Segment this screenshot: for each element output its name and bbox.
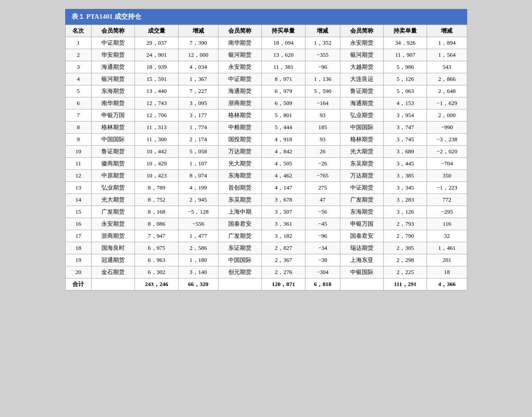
cell-n3: 申银万国 (340, 218, 383, 230)
cell-n3: 国泰君安 (340, 230, 383, 242)
cell-c2: −304 (305, 266, 340, 278)
cell-c1: 4，034 (178, 61, 218, 73)
cell-c2: −96 (305, 61, 340, 73)
cell-v2: 11，381 (262, 61, 305, 73)
footer-n2 (218, 278, 261, 291)
cell-n2: 光大期货 (218, 158, 261, 170)
cell-c3: 2，648 (427, 85, 467, 97)
cell-c3: 350 (427, 170, 467, 182)
col-member2: 会员简称 (218, 25, 261, 37)
cell-n2: 中国国际 (218, 254, 261, 266)
cell-v2: 4，462 (262, 170, 305, 182)
cell-c1: 3，177 (178, 110, 218, 122)
cell-c3: 1，461 (427, 242, 467, 254)
cell-rank: 11 (65, 158, 91, 170)
cell-n2: 海通期货 (218, 85, 261, 97)
cell-v3: 4，153 (384, 97, 427, 110)
cell-v3: 2，298 (384, 254, 427, 266)
cell-c1: 1，774 (178, 122, 218, 134)
cell-v3: 3，345 (384, 182, 427, 194)
cell-c1: 7，390 (178, 37, 218, 49)
main-container: 表１ PTA1401 成交持仓 名次 会员简称 成交量 增减 会员简称 持买单量… (65, 9, 467, 291)
footer-n3 (340, 278, 383, 291)
cell-n2: 东吴期货 (218, 194, 261, 206)
table-row: 16永安期货8，086−556国泰君安3，361−45申银万国2，793116 (65, 218, 467, 230)
cell-n3: 大越期货 (340, 61, 383, 73)
cell-n1: 金石期货 (91, 266, 134, 278)
cell-v2: 18，094 (262, 37, 305, 49)
cell-n1: 徽商期货 (91, 158, 134, 170)
cell-v3: 3，126 (384, 206, 427, 218)
cell-n1: 弘业期货 (91, 182, 134, 194)
cell-n1: 银河期货 (91, 73, 134, 85)
cell-v3: 2，790 (384, 230, 427, 242)
cell-n2: 上海中期 (218, 206, 261, 218)
cell-v1: 11，300 (135, 134, 178, 146)
table-body: 1中证期货29，0377，390南华期货18，0941，352永安期货34，92… (65, 37, 467, 278)
col-buy: 持买单量 (262, 25, 305, 37)
cell-c3: −2，020 (427, 146, 467, 158)
cell-c3: 543 (427, 61, 467, 73)
col-member3: 会员简称 (340, 25, 383, 37)
cell-c1: 4，199 (178, 182, 218, 194)
cell-c2: −38 (305, 254, 340, 266)
cell-c3: 2，000 (427, 110, 467, 122)
cell-n3: 东海期货 (340, 206, 383, 218)
cell-v3: 5，126 (384, 73, 427, 85)
cell-v3: 3，745 (384, 134, 427, 146)
cell-n3: 中银国际 (340, 266, 383, 278)
cell-n2: 广发期货 (218, 230, 261, 242)
cell-v3: 3，385 (384, 170, 427, 182)
cell-n2: 东海期货 (218, 170, 261, 182)
cell-c3: −704 (427, 158, 467, 170)
cell-n3: 海通期货 (340, 97, 383, 110)
table-title: 表１ PTA1401 成交持仓 (65, 9, 467, 25)
cell-v3: 3，689 (384, 146, 427, 158)
cell-c3: 201 (427, 254, 467, 266)
header-row: 名次 会员简称 成交量 增减 会员简称 持买单量 增减 会员简称 持卖单量 增减 (65, 25, 467, 37)
cell-rank: 9 (65, 134, 91, 146)
cell-n1: 中证期货 (91, 37, 134, 49)
cell-rank: 19 (65, 254, 91, 266)
cell-c3: 116 (427, 218, 467, 230)
cell-rank: 14 (65, 194, 91, 206)
cell-c3: 2，866 (427, 73, 467, 85)
table-row: 10鲁证期货10，4425，058万达期货4，84226光大期货3，689−2，… (65, 146, 467, 158)
table-row: 4银河期货15，5911，367中证期货8，9711，136大连良运5，1262… (65, 73, 467, 85)
cell-v2: 2，827 (262, 242, 305, 254)
table-row: 11徽商期货10，4291，107光大期货4，505−26东吴期货3，445−7… (65, 158, 467, 170)
cell-c1: 2，945 (178, 194, 218, 206)
cell-c1: 1，180 (178, 254, 218, 266)
cell-n1: 东海期货 (91, 85, 134, 97)
col-chg3: 增减 (427, 25, 467, 37)
cell-c3: 1，894 (427, 37, 467, 49)
cell-n1: 浙商期货 (91, 230, 134, 242)
cell-n2: 银河期货 (218, 49, 261, 61)
cell-c2: 185 (305, 122, 340, 134)
table-row: 6南华期货12，7433，095浙商期货6，509−164海通期货4，153−1… (65, 97, 467, 110)
cell-v3: 5，063 (384, 85, 427, 97)
table-row: 1中证期货29，0377，390南华期货18，0941，352永安期货34，92… (65, 37, 467, 49)
cell-n3: 弘业期货 (340, 110, 383, 122)
cell-c1: 1，477 (178, 230, 218, 242)
table-row: 8格林期货11，3131，774中粮期货5，444185中国国际3，747−99… (65, 122, 467, 134)
cell-v2: 6，509 (262, 97, 305, 110)
cell-rank: 18 (65, 242, 91, 254)
cell-rank: 17 (65, 230, 91, 242)
cell-v3: 2，305 (384, 242, 427, 254)
cell-n1: 申银万国 (91, 110, 134, 122)
col-chg1: 增减 (178, 25, 218, 37)
cell-v3: 2，793 (384, 218, 427, 230)
cell-v1: 10，429 (135, 158, 178, 170)
footer-c2: 6，818 (305, 278, 340, 291)
footer-v1: 243，246 (135, 278, 178, 291)
cell-c3: 1，564 (427, 49, 467, 61)
cell-v2: 13，620 (262, 49, 305, 61)
cell-c2: 47 (305, 194, 340, 206)
cell-rank: 4 (65, 73, 91, 85)
cell-c2: −56 (305, 206, 340, 218)
cell-rank: 13 (65, 182, 91, 194)
cell-n3: 上海东亚 (340, 254, 383, 266)
cell-c1: −5，128 (178, 206, 218, 218)
cell-n1: 华安期货 (91, 49, 134, 61)
